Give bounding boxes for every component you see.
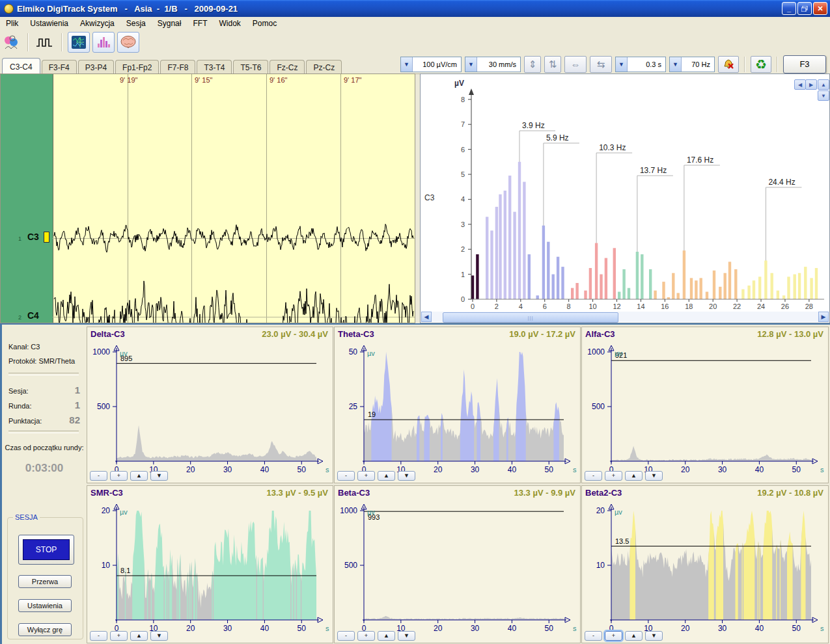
menu-akwizycja[interactable]: Akwizycja (74, 18, 120, 29)
scrollbar-thumb[interactable]: ||| (443, 312, 618, 323)
filter-select[interactable]: ▼ 70 Hz (669, 57, 715, 72)
svg-text:µv: µv (615, 349, 622, 357)
svg-text:17.6 Hz: 17.6 Hz (687, 155, 713, 165)
protocol-label: Protokół: SMR/Theta (8, 357, 75, 365)
smr-c3-scale-up-button[interactable]: + (110, 631, 128, 641)
beta-c3-threshold-up-button[interactable]: ▲ (378, 631, 395, 641)
delta-c3-threshold-up-button[interactable]: ▲ (130, 471, 148, 481)
theta-c3-scale-down-button[interactable]: - (337, 471, 355, 481)
brain-map-icon (120, 35, 137, 49)
fft-scroll-left-button[interactable]: ◀ (794, 79, 806, 90)
close-button[interactable]: ✕ (813, 2, 827, 15)
stop-button[interactable]: STOP (18, 535, 74, 565)
fft-scroll-up-button[interactable]: ▲ (818, 79, 829, 90)
band-chart-panel-alfa-c3: Alfa-C312.8 µV - 13.0 µV921µv10005000102… (581, 327, 829, 483)
fft-horizontal-scrollbar[interactable]: ◀ ||| ▶ (421, 312, 829, 322)
stat-value: 1 (75, 399, 80, 410)
tab-pz-cz[interactable]: Pz-Cz (306, 60, 342, 74)
patients-button[interactable] (0, 33, 22, 52)
band-chart-panel-beta-c3: Beta-C313.3 µV - 9.9 µV993µv100050001020… (334, 485, 581, 643)
menu-fft[interactable]: FFT (187, 18, 213, 29)
f3-button[interactable]: F3 (783, 55, 826, 74)
theta-c3-scale-up-button[interactable]: + (357, 471, 375, 481)
svg-text:20: 20 (102, 506, 111, 515)
tab-t3-t4[interactable]: T3-T4 (197, 60, 232, 74)
pause-button[interactable]: Przerwa (18, 575, 72, 588)
compress-vertical-button[interactable]: ⇅ (544, 56, 561, 73)
svg-text:500: 500 (344, 561, 357, 570)
smr-c3-scale-down-button[interactable]: - (90, 631, 107, 641)
tab-t5-t6[interactable]: T5-T6 (233, 60, 268, 74)
alfa-c3-threshold-up-button[interactable]: ▲ (625, 471, 643, 481)
fft-view-button[interactable] (92, 32, 115, 53)
theta-c3-threshold-down-button[interactable]: ▼ (398, 471, 415, 481)
delta-c3-scale-down-button[interactable]: - (90, 471, 107, 481)
menu-ustawienia[interactable]: Ustawienia (24, 18, 74, 29)
stat-label: Punktacja: (8, 417, 42, 425)
delta-c3-scale-up-button[interactable]: + (110, 471, 128, 481)
svg-text:5: 5 (461, 170, 465, 178)
svg-text:µv: µv (120, 349, 128, 357)
beta-c3-scale-up-button[interactable]: + (357, 631, 375, 641)
filter-value: 70 Hz (682, 60, 714, 68)
disable-game-button[interactable]: Wyłącz grę (18, 623, 72, 636)
tab-p3-p4[interactable]: P3-P4 (78, 60, 114, 74)
svg-text:6: 6 (543, 302, 547, 310)
menu-sesja[interactable]: Sesja (120, 18, 152, 29)
expand-horizontal-button[interactable]: ⇔ (564, 56, 587, 73)
time-constant-select[interactable]: ▼ 0.3 s (615, 57, 666, 72)
stat-value: 82 (69, 414, 80, 425)
menu-plik[interactable]: Plik (0, 18, 24, 29)
fft-scroll-down-button[interactable]: ▼ (818, 90, 829, 101)
alfa-c3-threshold-down-button[interactable]: ▼ (645, 471, 663, 481)
settings-button[interactable]: Ustawienia (18, 599, 72, 612)
beta-c3-scale-down-button[interactable]: - (337, 631, 355, 641)
smr-c3-threshold-down-button[interactable]: ▼ (150, 631, 168, 641)
tab-fz-cz[interactable]: Fz-Cz (270, 60, 305, 74)
expand-vertical-button[interactable]: ⇕ (524, 56, 541, 73)
tab-f3-f4[interactable]: F3-F4 (42, 60, 77, 74)
band-chart-panel-beta2-c3: Beta2-C319.2 µV - 10.8 µV13.5µv201001020… (581, 485, 829, 643)
menu-sygna-[interactable]: Sygnał (152, 18, 187, 29)
compress-horizontal-button[interactable]: ⇆ (590, 56, 612, 73)
delta-c3-controls: -+▲▼ (90, 471, 168, 481)
smr-c3-threshold-up-button[interactable]: ▲ (130, 631, 148, 641)
svg-text:20: 20 (434, 624, 443, 633)
sensitivity-select[interactable]: ▼ 100 µV/cm (400, 57, 462, 72)
tab-f7-f8[interactable]: F7-F8 (160, 60, 195, 74)
eeg-trace-panel: 9' 19"9' 15"9' 16"9' 17"1C32C4 (0, 74, 415, 323)
svg-text:8.1: 8.1 (120, 567, 130, 574)
beta-c3-chart: 993µv100050001020304050s (335, 495, 580, 639)
alarm-off-button[interactable] (718, 56, 739, 73)
beta2-c3-scale-down-button[interactable]: - (585, 631, 602, 641)
delta-c3-threshold-down-button[interactable]: ▼ (150, 471, 168, 481)
theta-c3-threshold-up-button[interactable]: ▲ (378, 471, 395, 481)
speed-select[interactable]: ▼ 30 mm/s (465, 57, 521, 72)
tab-fp1-fp2[interactable]: Fp1-Fp2 (115, 60, 159, 74)
menu-pomoc[interactable]: Pomoc (247, 18, 283, 29)
alfa-c3-scale-down-button[interactable]: - (585, 471, 602, 481)
minimize-button[interactable]: _ (782, 2, 796, 15)
beta-c3-threshold-down-button[interactable]: ▼ (398, 631, 415, 641)
beta2-c3-scale-up-button[interactable]: + (605, 631, 622, 641)
eeg-view-button[interactable] (68, 32, 90, 53)
restore-button[interactable] (797, 2, 812, 15)
svg-text:5.9 Hz: 5.9 Hz (546, 133, 569, 142)
refresh-button[interactable]: ♻ (751, 56, 771, 73)
scrollbar-right-arrow[interactable]: ▶ (818, 312, 829, 322)
menu-widok[interactable]: Widok (213, 18, 246, 29)
svg-text:50: 50 (349, 347, 358, 356)
fft-scroll-right-button[interactable]: ▶ (805, 79, 817, 90)
svg-text:s: s (325, 624, 329, 632)
tab-c3-c4[interactable]: C3-C4 (2, 58, 40, 74)
brain-view-button[interactable] (117, 32, 139, 53)
montage-square-wave-icon (36, 36, 54, 49)
scrollbar-left-arrow[interactable]: ◀ (421, 312, 432, 322)
montage-button[interactable] (34, 33, 56, 52)
beta2-c3-threshold-up-button[interactable]: ▲ (625, 631, 643, 641)
alfa-c3-scale-up-button[interactable]: + (605, 471, 622, 481)
session-group-label: SESJA (13, 513, 40, 521)
beta2-c3-threshold-down-button[interactable]: ▼ (645, 631, 663, 641)
svg-text:30: 30 (718, 624, 727, 633)
svg-text:14: 14 (637, 302, 644, 310)
